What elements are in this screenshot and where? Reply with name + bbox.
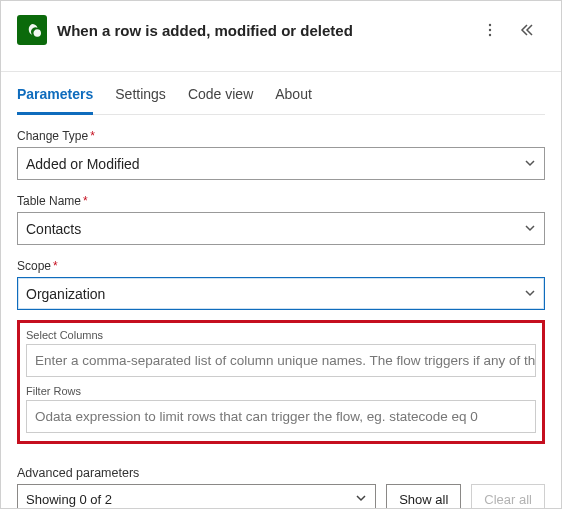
change-type-label-text: Change Type [17, 129, 88, 143]
scope-select[interactable]: Organization [17, 277, 545, 310]
select-columns-input[interactable]: Enter a comma-separated list of column u… [26, 344, 536, 377]
change-type-select[interactable]: Added or Modified [17, 147, 545, 180]
show-all-button[interactable]: Show all [386, 484, 461, 509]
tab-code-view[interactable]: Code view [188, 86, 253, 114]
table-name-label: Table Name * [17, 194, 545, 208]
table-name-select[interactable]: Contacts [17, 212, 545, 245]
advanced-parameters-label: Advanced parameters [17, 466, 376, 480]
chevron-down-icon [524, 286, 536, 302]
scope-label-text: Scope [17, 259, 51, 273]
required-mark: * [90, 129, 95, 143]
required-mark: * [83, 194, 88, 208]
advanced-parameters-value: Showing 0 of 2 [26, 492, 112, 507]
scope-label: Scope * [17, 259, 545, 273]
svg-point-0 [489, 24, 491, 26]
filter-rows-input[interactable]: Odata expression to limit rows that can … [26, 400, 536, 433]
tab-about[interactable]: About [275, 86, 312, 114]
tab-bar: Parameters Settings Code view About [17, 72, 545, 115]
more-icon[interactable] [477, 17, 503, 43]
chevron-down-icon [355, 492, 367, 507]
clear-all-button: Clear all [471, 484, 545, 509]
filter-rows-label: Filter Rows [26, 385, 536, 397]
table-name-value: Contacts [26, 221, 81, 237]
select-columns-placeholder: Enter a comma-separated list of column u… [35, 353, 536, 368]
panel-header: When a row is added, modified or deleted [17, 1, 545, 55]
tab-settings[interactable]: Settings [115, 86, 166, 114]
change-type-value: Added or Modified [26, 156, 140, 172]
highlighted-region: Select Columns Enter a comma-separated l… [17, 320, 545, 444]
select-columns-label: Select Columns [26, 329, 536, 341]
table-name-label-text: Table Name [17, 194, 81, 208]
chevron-down-icon [524, 156, 536, 172]
dataverse-icon [17, 15, 47, 45]
scope-value: Organization [26, 286, 105, 302]
tab-parameters[interactable]: Parameters [17, 86, 93, 115]
filter-rows-placeholder: Odata expression to limit rows that can … [35, 409, 478, 424]
svg-point-2 [489, 34, 491, 36]
change-type-label: Change Type * [17, 129, 545, 143]
required-mark: * [53, 259, 58, 273]
collapse-icon[interactable] [513, 17, 539, 43]
advanced-parameters-select[interactable]: Showing 0 of 2 [17, 484, 376, 509]
svg-point-1 [489, 29, 491, 31]
panel-title: When a row is added, modified or deleted [57, 22, 467, 39]
chevron-down-icon [524, 221, 536, 237]
